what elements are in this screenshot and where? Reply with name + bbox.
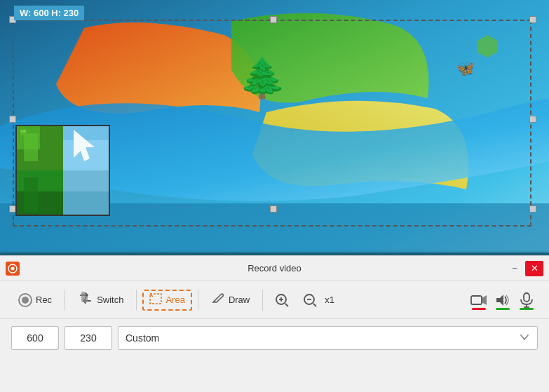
width-input[interactable] (11, 326, 59, 350)
handle-top-center[interactable] (270, 16, 277, 23)
speaker-level-bar (496, 308, 510, 310)
handle-top-right[interactable] (529, 16, 536, 23)
svg-rect-8 (20, 130, 23, 133)
svg-line-27 (285, 304, 288, 306)
svg-rect-9 (23, 130, 26, 133)
camera-button[interactable] (468, 289, 490, 311)
draw-icon (211, 291, 225, 309)
microphone-level-bar (520, 308, 534, 310)
rec-label: Rec (36, 295, 52, 305)
preset-label: Custom (126, 332, 159, 344)
window-title: Record video (248, 263, 301, 273)
handle-middle-right[interactable] (529, 116, 536, 123)
area-icon (149, 293, 162, 307)
area-button[interactable]: Area (142, 290, 191, 311)
title-bar-left (6, 262, 20, 276)
controls-row: Rec Switch Are (0, 281, 549, 319)
area-label: Area (165, 295, 184, 305)
separator-1 (65, 290, 65, 311)
svg-marker-33 (496, 295, 503, 306)
svg-marker-32 (482, 295, 487, 305)
switch-button[interactable]: Switch (71, 287, 130, 313)
preset-dropdown[interactable]: Custom (118, 326, 538, 350)
svg-rect-10 (20, 133, 23, 135)
svg-rect-31 (471, 296, 482, 304)
app-icon (6, 262, 20, 276)
media-group (468, 289, 538, 311)
zoom-out-icon (302, 292, 318, 308)
zoom-group: x1 (269, 289, 339, 311)
zoom-level: x1 (325, 295, 339, 305)
handle-bottom-right[interactable] (529, 205, 536, 212)
zoom-in-icon (274, 292, 290, 308)
separator-3 (198, 290, 198, 311)
speaker-icon (495, 293, 510, 307)
desktop-area: 🌲 🦋 (0, 0, 549, 252)
svg-rect-11 (23, 133, 26, 135)
mag-bottom-right (63, 170, 109, 215)
svg-point-21 (11, 266, 15, 270)
svg-rect-19 (63, 170, 109, 191)
svg-rect-34 (524, 293, 529, 302)
svg-rect-16 (17, 170, 63, 191)
handle-bottom-center[interactable] (270, 205, 277, 212)
camera-icon (470, 293, 487, 307)
dropdown-arrow-icon (519, 332, 530, 345)
rec-dot (22, 297, 29, 304)
microphone-icon (520, 292, 533, 308)
draw-button[interactable]: Draw (204, 288, 257, 312)
handle-middle-left[interactable] (9, 116, 16, 123)
draw-label: Draw (229, 295, 250, 305)
rec-icon (18, 293, 32, 307)
switch-label: Switch (97, 295, 123, 305)
bottom-row: Custom (0, 319, 549, 357)
height-input[interactable] (65, 326, 112, 350)
zoom-out-button[interactable] (297, 289, 323, 311)
mag-top-left (17, 126, 63, 170)
separator-4 (262, 290, 263, 311)
toolbar-panel: Record video − ✕ Rec Swit (0, 255, 549, 392)
title-bar-controls: − ✕ (506, 261, 543, 276)
speaker-button[interactable] (492, 289, 514, 311)
svg-rect-7 (24, 133, 38, 161)
mag-top-right (63, 126, 109, 170)
microphone-button[interactable] (515, 289, 538, 311)
mag-bottom-left (17, 170, 63, 215)
zoom-in-button[interactable] (269, 289, 295, 311)
separator-2 (136, 290, 137, 311)
magnifier-thumbnail (15, 125, 110, 216)
switch-icon (78, 290, 93, 309)
svg-line-30 (313, 304, 316, 306)
close-button[interactable]: ✕ (525, 261, 543, 276)
camera-status-bar (472, 308, 486, 310)
rec-button[interactable]: Rec (11, 290, 59, 311)
title-bar: Record video − ✕ (0, 256, 549, 281)
svg-rect-17 (24, 177, 38, 212)
dimension-label: W: 600 H: 230 (14, 6, 84, 20)
minimize-button[interactable]: − (506, 261, 524, 276)
